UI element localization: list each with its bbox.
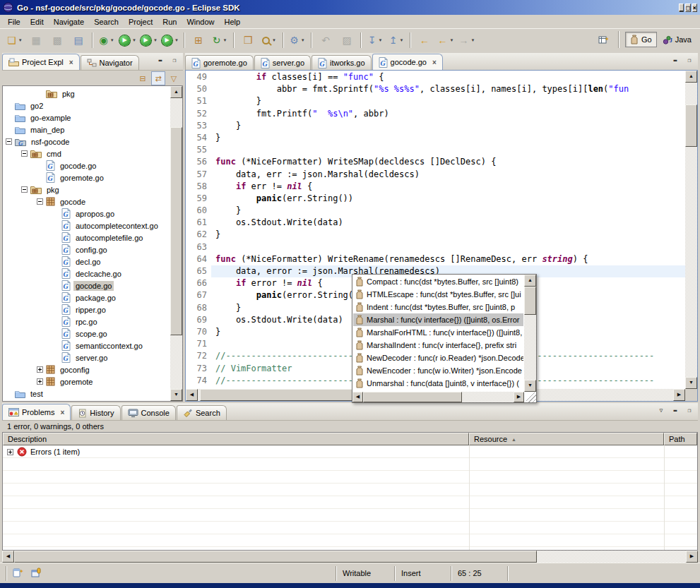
maximize-button[interactable]: □ [685,4,690,12]
row-expander-icon[interactable] [7,449,13,455]
popup-scroll-down[interactable]: ▼ [524,380,536,392]
problems-hscrollbar[interactable]: ◀ ▶ [2,551,698,563]
popup-scroll-right[interactable]: ▶ [514,392,524,402]
editor-vscrollbar[interactable]: ▲ ▼ [685,71,697,389]
completion-item-htmlescape[interactable]: HTMLEscape : func(dst *bytes.Buffer, src… [353,288,523,301]
toolbar-new-wizard-button[interactable]: ❏▼ [5,32,25,49]
toolbar-search-button[interactable]: ▼ [259,32,279,49]
tree-item-rpc-go[interactable]: Grpc.go [3,316,170,328]
dropdown-arrow-icon[interactable]: ▼ [272,38,276,42]
completion-item-unmarshal[interactable]: Unmarshal : func(data []uint8, v interfa… [353,377,523,390]
minimize-view-icon[interactable]: ▬ [155,56,166,66]
toolbar-previous-annotation-button[interactable]: ↥▼ [386,32,406,49]
tree-item-decl-go[interactable]: Gdecl.go [3,256,170,268]
editor-scroll-down[interactable]: ▼ [685,377,697,389]
tree-item-scope-go[interactable]: Gscope.go [3,328,170,340]
tree-item-cmd[interactable]: cmd [3,148,170,160]
problems-tab-console[interactable]: Console [121,405,176,420]
toolbar-debug-button[interactable]: ◉▼ [97,32,117,49]
open-perspective-button[interactable]: ✦ [593,31,613,48]
dropdown-arrow-icon[interactable]: ▼ [471,38,475,42]
dropdown-arrow-icon[interactable]: ▼ [174,38,179,42]
completion-item-indent[interactable]: Indent : func(dst *bytes.Buffer, src []u… [353,301,523,313]
tree-item-nsf-gocode[interactable]: Gnsf-gocode [3,136,170,148]
editor-tab-goremote-go[interactable]: Ggoremote.go [185,55,254,70]
dropdown-arrow-icon[interactable]: ▼ [153,38,158,42]
dropdown-arrow-icon[interactable]: ▼ [132,38,136,42]
tree-item-pkg[interactable]: pkg [3,88,170,100]
tree-item-gocode-go[interactable]: Ggocode.go [3,280,170,292]
perspective-go-button[interactable]: Go [625,32,657,47]
toolbar-open-resource-button[interactable]: ❒ [238,32,258,49]
close-tab-icon[interactable]: × [69,59,73,66]
tree-item-declcache-go[interactable]: Gdeclcache.go [3,268,170,280]
completion-item-compact[interactable]: Compact : func(dst *bytes.Buffer, src []… [353,275,523,288]
toolbar-save-button[interactable]: ▦ [26,32,46,49]
toolbar-format-button[interactable]: ▨ [337,32,357,49]
toolbar-last-edit-location-button[interactable]: ← [415,32,434,49]
tree-item-semanticcontext-go[interactable]: Gsemanticcontext.go [3,340,170,352]
tree-item-pkg[interactable]: pkg [3,184,170,196]
link-with-editor-button[interactable]: ⇄ [151,71,165,85]
problems-tab-search[interactable]: Search [177,405,227,420]
completion-item-marshalindent[interactable]: MarshalIndent : func(v interface{}, pref… [353,339,523,352]
tree-item-apropos-go[interactable]: Gapropos.go [3,208,170,220]
code-editor[interactable]: 49 if classes[i] == "func" {50 abbr = fm… [185,70,698,402]
fast-view-icon[interactable]: ✦ [13,567,24,578]
completion-item-marshalforhtml[interactable]: MarshalForHTML : func(v interface{}) ([]… [353,326,523,339]
maximize-view-icon[interactable]: ❐ [684,406,695,416]
menu-project[interactable]: Project [124,16,158,28]
menu-search[interactable]: Search [89,16,124,28]
editor-tab-server-go[interactable]: Gserver.go [254,55,311,70]
menu-run[interactable]: Run [158,16,182,28]
tree-item-package-go[interactable]: Gpackage.go [3,292,170,304]
problem-row-errors[interactable]: Errors (1 item) [3,445,697,458]
column-header-path[interactable]: Path [664,433,697,445]
collapse-all-button[interactable]: ⊟ [136,72,149,85]
menu-help[interactable]: Help [220,16,246,28]
tree-item-gocode-go[interactable]: Ggocode.go [3,160,170,172]
tree-item-config-go[interactable]: Gconfig.go [3,244,170,256]
eclipse-logo-icon[interactable] [3,2,13,13]
tree-item-server-go[interactable]: Gserver.go [3,352,170,364]
tree-expander-icon[interactable] [6,138,15,145]
popup-vscrollbar[interactable]: ▲ ▼ [524,275,536,392]
column-header-description[interactable]: Description [3,433,469,445]
tree-item-goconfig[interactable]: goconfig [3,364,170,376]
tree-item-autocompletefile-go[interactable]: Gautocompletefile.go [3,232,170,244]
explorer-tab-project-expl[interactable]: Project Expl× [2,54,80,70]
toolbar-print-button[interactable]: ▤ [69,32,88,49]
dropdown-arrow-icon[interactable]: ▼ [399,38,403,42]
toolbar-new-go-package-button[interactable]: ⊞ [189,32,208,49]
dropdown-arrow-icon[interactable]: ▼ [301,38,305,42]
dropdown-arrow-icon[interactable]: ▼ [110,38,114,42]
completion-item-newencoder[interactable]: NewEncoder : func(w io.Writer) *json.Enc… [353,364,523,377]
tree-item-main-dep[interactable]: main_dep [3,124,170,136]
toolbar-undo-button[interactable]: ↶ [316,32,336,49]
tree-expander-icon[interactable] [21,150,30,157]
toolbar-save-all-button[interactable]: ▩ [47,32,67,49]
dropdown-arrow-icon[interactable]: ▼ [450,38,454,42]
tree-item-autocompletecontext-go[interactable]: Gautocompletecontext.go [3,220,170,232]
tree-item-test[interactable]: test [3,388,170,400]
tree-scrollbar[interactable]: ▲ ▼ [170,86,182,401]
toolbar-run-external-button[interactable]: ▶▼ [160,32,180,49]
tree-item-ripper-go[interactable]: Gripper.go [3,304,170,316]
toolbar-external-tools-button[interactable]: ⚙▼ [287,32,307,49]
tree-item-go-example[interactable]: go-example [3,112,170,124]
explorer-tab-navigator[interactable]: Navigator [81,55,139,70]
popup-resize-grip[interactable] [526,392,536,402]
toolbar-gc-build-button[interactable]: ↻▼ [210,32,230,49]
toolbar-run-button[interactable]: ▶▼ [118,32,138,49]
menu-window[interactable]: Window [182,16,219,28]
popup-scroll-up[interactable]: ▲ [524,275,536,287]
external-tools-status-icon[interactable] [31,567,42,578]
tree-expander-icon[interactable] [37,366,46,373]
completion-item-marshal[interactable]: Marshal : func(v interface{}) ([]uint8, … [353,313,523,326]
column-header-resource[interactable]: Resource▲ [469,433,664,445]
dropdown-arrow-icon[interactable]: ▼ [378,38,382,42]
view-menu-button[interactable]: ▽ [167,72,180,85]
minimize-view-icon[interactable]: ▬ [670,406,681,416]
editor-scroll-right[interactable]: ▶ [673,389,685,401]
toolbar-run-history-button[interactable]: ▶▼ [139,32,159,49]
